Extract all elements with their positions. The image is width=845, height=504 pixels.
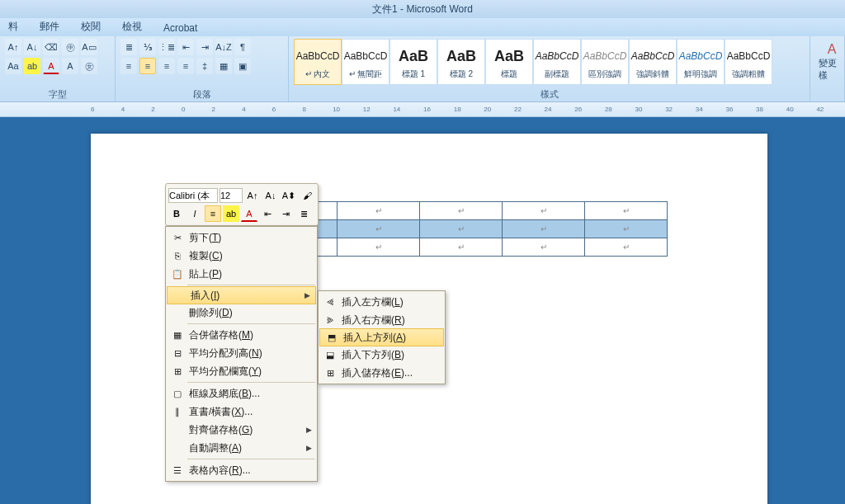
menu-item[interactable]: 自動調整(A)▶: [166, 439, 317, 457]
decrease-indent-icon[interactable]: ⇤: [259, 205, 276, 222]
styles-icon[interactable]: A⬍: [281, 187, 297, 204]
menu-icon: ∥: [171, 405, 184, 418]
enclose-char-btn[interactable]: ㊛: [81, 58, 97, 74]
menu-label: 平均分配列高(N): [189, 346, 262, 360]
menu-item[interactable]: ⊟平均分配列高(N): [166, 344, 317, 362]
context-menu: ✂剪下(T)⎘複製(C)📋貼上(P)插入(I)▶刪除列(D)▦合併儲存格(M)⊟…: [165, 226, 318, 482]
menu-item[interactable]: 對齊儲存格(G)▶: [166, 421, 317, 439]
submenu-arrow-icon: ▶: [304, 291, 310, 299]
shading-btn[interactable]: ▦: [215, 58, 232, 74]
menu-icon: ⬓: [323, 348, 337, 361]
menu-item[interactable]: ✂剪下(T): [166, 228, 317, 247]
style-item[interactable]: AaB標題: [485, 39, 533, 85]
ribbon-tab[interactable]: 檢視: [117, 17, 147, 36]
menu-item[interactable]: ⬒插入上方列(A): [319, 328, 444, 346]
shrink-font-icon[interactable]: A↓: [262, 187, 279, 204]
menu-icon: ⎘: [171, 249, 184, 262]
menu-label: 對齊儲存格(G): [189, 423, 253, 437]
ribbon-tab[interactable]: 料: [3, 17, 23, 36]
ribbon-tab[interactable]: 郵件: [35, 17, 64, 36]
menu-item[interactable]: 插入(I)▶: [167, 286, 316, 304]
highlight-btn[interactable]: ab: [24, 58, 40, 74]
show-marks-btn[interactable]: ¶: [234, 39, 251, 55]
align-left-btn[interactable]: ≡: [120, 58, 137, 74]
line-spacing-btn[interactable]: ‡: [196, 58, 213, 74]
menu-item[interactable]: ⎘複製(C): [166, 247, 317, 265]
bold-icon[interactable]: B: [168, 205, 185, 222]
borders-btn[interactable]: ▣: [234, 58, 251, 74]
menu-item[interactable]: ⬓插入下方列(B): [319, 346, 445, 364]
menu-item[interactable]: ⫸插入右方欄(R): [319, 311, 445, 329]
justify-btn[interactable]: ≡: [177, 58, 194, 74]
menu-label: 框線及網底(B)...: [189, 387, 260, 401]
menu-label: 插入左方欄(L): [342, 295, 404, 309]
menu-label: 插入儲存格(E)...: [342, 366, 413, 380]
menu-item[interactable]: ▢框線及網底(B)...: [166, 384, 317, 403]
submenu-arrow-icon: ▶: [306, 426, 312, 434]
align-center-icon[interactable]: ≡: [205, 205, 221, 222]
font-size-input[interactable]: [220, 188, 243, 203]
change-styles-btn[interactable]: A 變更樣: [815, 39, 845, 85]
style-item[interactable]: AaB標題 1: [389, 39, 437, 85]
style-item[interactable]: AaBbCcD↵ 內文: [294, 39, 342, 85]
increase-indent-btn[interactable]: ⇥: [196, 39, 213, 55]
ribbon-tab[interactable]: Acrobat: [158, 20, 202, 36]
menu-icon: ⊟: [171, 346, 184, 360]
font-color-btn[interactable]: A: [43, 58, 59, 74]
multilevel-btn[interactable]: ⋮≣: [158, 39, 175, 55]
font-family-input[interactable]: [168, 188, 218, 203]
change-case-btn[interactable]: Aa: [5, 58, 21, 74]
style-item[interactable]: AaBbCcD鮮明強調: [677, 39, 725, 85]
numbering-btn[interactable]: ⅓: [139, 39, 156, 55]
bullets-btn[interactable]: ≣: [120, 39, 137, 55]
format-painter-icon[interactable]: 🖌: [299, 187, 315, 204]
sort-btn[interactable]: A↓Z: [215, 39, 232, 55]
menu-label: 剪下(T): [189, 231, 221, 245]
ribbon: A↑ A↓ ⌫ ㊥ A▭ Aa ab A A ㊛ 字型 ≣ ⅓ ⋮≣ ⇤ ⇥: [0, 36, 845, 102]
italic-icon[interactable]: I: [186, 205, 203, 222]
font-color-icon[interactable]: A: [241, 205, 257, 222]
menu-item[interactable]: ∥直書/橫書(X)...: [166, 403, 317, 421]
menu-icon: ☰: [171, 464, 184, 477]
menu-label: 表格內容(R)...: [189, 464, 251, 478]
shrink-font-btn[interactable]: A↓: [24, 39, 40, 55]
menu-item[interactable]: 刪除列(D): [166, 304, 317, 322]
style-item[interactable]: AaBbCcD↵ 無間距: [342, 39, 389, 85]
menu-item[interactable]: 📋貼上(P): [166, 265, 317, 283]
style-item[interactable]: AaBbCcD副標題: [533, 39, 581, 85]
style-gallery: AaBbCcD↵ 內文AaBbCcD↵ 無間距AaB標題 1AaB標題 2AaB…: [294, 39, 805, 85]
group-label-font: 字型: [5, 88, 110, 100]
menu-item[interactable]: ⊞插入儲存格(E)...: [319, 364, 445, 382]
menu-icon: ✂: [171, 231, 184, 244]
grow-font-btn[interactable]: A↑: [5, 39, 21, 55]
ribbon-tab[interactable]: 校閱: [76, 17, 106, 36]
menu-item[interactable]: ▦合併儲存格(M): [166, 326, 317, 344]
align-right-btn[interactable]: ≡: [158, 58, 175, 74]
style-item[interactable]: AaBbCcD區別強調: [581, 39, 629, 85]
clear-format-btn[interactable]: ⌫: [43, 39, 59, 55]
phonetic-btn[interactable]: ㊥: [62, 39, 78, 55]
increase-indent-icon[interactable]: ⇥: [277, 205, 294, 222]
highlight-icon[interactable]: ab: [223, 205, 239, 222]
style-item[interactable]: AaBbCcD強調斜體: [629, 39, 677, 85]
menu-item[interactable]: ⊞平均分配欄寬(Y): [166, 362, 317, 380]
char-shading-btn[interactable]: A: [62, 58, 78, 74]
document-area: ↵↵↵↵↵↵ ↵↵↵↵↵↵ ↵↵↵↵↵↵ A↑ A↓ A⬍ 🖌 B I ≡ ab…: [0, 117, 845, 504]
horizontal-ruler[interactable]: 6420246810121416182022242628303234363840…: [0, 102, 845, 117]
menu-item[interactable]: ☰表格內容(R)...: [166, 461, 317, 479]
menu-icon: ⊞: [171, 365, 184, 378]
title-bar: 文件1 - Microsoft Word: [0, 0, 845, 18]
grow-font-icon[interactable]: A↑: [244, 187, 261, 204]
group-change-styles: A 變更樣: [810, 36, 845, 101]
align-center-btn[interactable]: ≡: [139, 58, 156, 74]
decrease-indent-btn[interactable]: ⇤: [177, 39, 194, 55]
group-label-para: 段落: [120, 88, 283, 100]
style-item[interactable]: AaB標題 2: [437, 39, 485, 85]
bullets-icon[interactable]: ≣: [295, 205, 312, 222]
style-item[interactable]: AaBbCcD強調粗體: [725, 39, 772, 85]
char-border-btn[interactable]: A▭: [81, 39, 97, 55]
group-styles: AaBbCcD↵ 內文AaBbCcD↵ 無間距AaB標題 1AaB標題 2AaB…: [289, 36, 810, 101]
context-submenu: ⫷插入左方欄(L)⫸插入右方欄(R)⬒插入上方列(A)⬓插入下方列(B)⊞插入儲…: [318, 290, 446, 384]
menu-icon: ⫷: [323, 295, 337, 309]
menu-item[interactable]: ⫷插入左方欄(L): [319, 293, 445, 311]
